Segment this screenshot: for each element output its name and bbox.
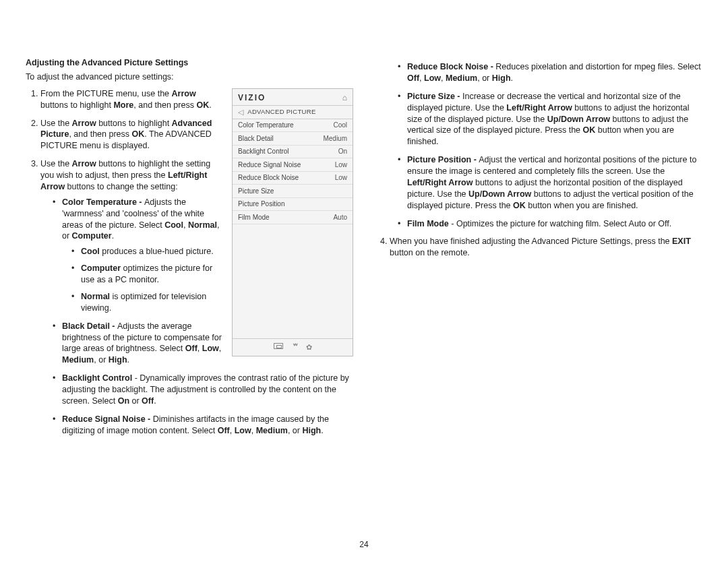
t: , (230, 426, 235, 435)
t: , (419, 73, 424, 83)
t: , or (94, 355, 109, 365)
menu-row-value: Low (335, 173, 347, 183)
menu-row-label: Backlight Control (238, 147, 289, 156)
t: . (511, 73, 513, 83)
t: , (183, 220, 188, 230)
b: Off (218, 426, 230, 435)
menu-row-label: Black Detail (238, 134, 274, 144)
b: Arrow (72, 119, 96, 128)
t: Reduces pixelation and distortion for mp… (495, 62, 700, 71)
b: Off (407, 73, 419, 83)
t: Use the (40, 159, 72, 168)
b: OK (132, 129, 145, 139)
t: , and then press (69, 129, 131, 139)
sub-normal: Normal is optimized for television viewi… (71, 291, 353, 314)
b: Off (142, 396, 154, 406)
back-icon: ◁ (238, 107, 243, 117)
menu-row-value: Low (335, 160, 347, 170)
bullet-picture-position: Picture Position - Adjust the vertical a… (398, 154, 702, 211)
menu-row-label: Color Temperature (238, 121, 294, 130)
step-3: Use the Arrow buttons to highlight the s… (40, 158, 353, 436)
b: Picture Position - (407, 155, 479, 164)
t: , (251, 426, 256, 435)
menu-title: ADVANCED PICTURE (247, 108, 315, 117)
b: OK (196, 100, 209, 110)
menu-row-value: On (338, 147, 347, 156)
b: OK (583, 125, 596, 135)
left-column: Adjusting the Advanced Picture Settings … (26, 57, 353, 443)
b: Reduce Signal Noise - (62, 414, 153, 424)
b: OK (513, 201, 526, 210)
b: Arrow (72, 159, 96, 168)
b: Off (185, 344, 198, 353)
sub-cool: Cool produces a blue-hued picture. (71, 246, 353, 257)
bullet-reduce-signal: Reduce Signal Noise - Diminishes artifac… (53, 414, 353, 437)
b: EXIT (672, 237, 691, 246)
t: . (154, 396, 156, 406)
t: , (219, 344, 221, 353)
t: . (209, 100, 211, 110)
bullet-film-mode: Film Mode - Optimizes the picture for wa… (398, 218, 702, 230)
menu-row: Reduce Signal NoiseLow (233, 158, 353, 172)
menu-row-label: Reduce Block Noise (238, 173, 299, 183)
t: From the PICTURE menu, use the (40, 89, 172, 98)
b: High (302, 426, 321, 435)
bullet-backlight: Backlight Control - Dynamically improves… (53, 373, 353, 407)
b: Low (235, 426, 251, 435)
settings-bullets-right: Reduce Block Noise - Reduces pixelation … (375, 61, 702, 229)
page-number: 24 (359, 539, 368, 550)
t: button when you are finished. (526, 201, 638, 210)
t: buttons to change the setting: (65, 182, 177, 191)
b: Cool (81, 247, 100, 256)
menu-row-label: Picture Size (238, 187, 274, 196)
b: Computer (72, 231, 112, 241)
b: Cool (164, 220, 183, 230)
t: When you have finished adjusting the Adv… (390, 237, 672, 246)
menu-title-row: ◁ ADVANCED PICTURE (233, 106, 353, 119)
sub-computer: Computer optimizes the picture for use a… (71, 263, 353, 286)
menu-row-label: Reduce Signal Noise (238, 160, 301, 170)
t: buttons to highlight (96, 119, 172, 128)
menu-header: VIZIO ⌂ (233, 89, 353, 106)
t: button on the remote. (390, 248, 470, 257)
menu-row: Backlight ControlOn (233, 146, 353, 159)
b: More (113, 100, 133, 110)
t: or (129, 396, 142, 406)
menu-row-value: Medium (323, 134, 347, 144)
b: Black Detail - (62, 321, 117, 331)
t: . (321, 426, 323, 435)
page-columns: Adjusting the Advanced Picture Settings … (26, 57, 702, 443)
t: , or (477, 73, 492, 83)
bullet-reduce-block: Reduce Block Noise - Reduces pixelation … (398, 61, 702, 84)
t: , and then press (133, 100, 196, 110)
menu-brand: VIZIO (238, 92, 266, 103)
b: Arrow (172, 89, 196, 98)
t: , or (288, 426, 303, 435)
bullet-picture-size: Picture Size - Increase or decrease the … (398, 91, 702, 148)
intro-text: To adjust the advanced picture settings: (26, 71, 353, 83)
step-4: When you have finished adjusting the Adv… (390, 236, 702, 259)
b: Medium (256, 426, 288, 435)
t: buttons to highlight (40, 100, 113, 110)
b: Low (424, 73, 441, 83)
b: Normal (188, 220, 217, 230)
b: Backlight Control (62, 373, 132, 383)
t: , (198, 344, 202, 353)
color-temp-subs: Cool produces a blue-hued picture. Compu… (62, 246, 353, 313)
t: produces a blue-hued picture. (100, 247, 214, 256)
b: Color Temperature - (62, 197, 144, 207)
b: Film Mode (407, 219, 449, 228)
b: Reduce Block Noise - (407, 62, 495, 71)
menu-row: Color TemperatureCool (233, 119, 353, 133)
t: . (112, 231, 114, 241)
t: Use the (40, 119, 72, 128)
b: Medium (446, 73, 477, 83)
menu-row-value: Cool (333, 121, 347, 130)
t: . (127, 355, 129, 365)
bullet-color-temp: Color Temperature - Adjusts the 'warmnes… (53, 197, 353, 314)
bullet-black-detail: Black Detail - Adjusts the average brigh… (53, 321, 353, 367)
b: Up/Down Arrow (468, 189, 531, 199)
home-icon: ⌂ (342, 92, 347, 103)
b: High (492, 73, 511, 83)
b: Left/Right Arrow (407, 178, 473, 187)
